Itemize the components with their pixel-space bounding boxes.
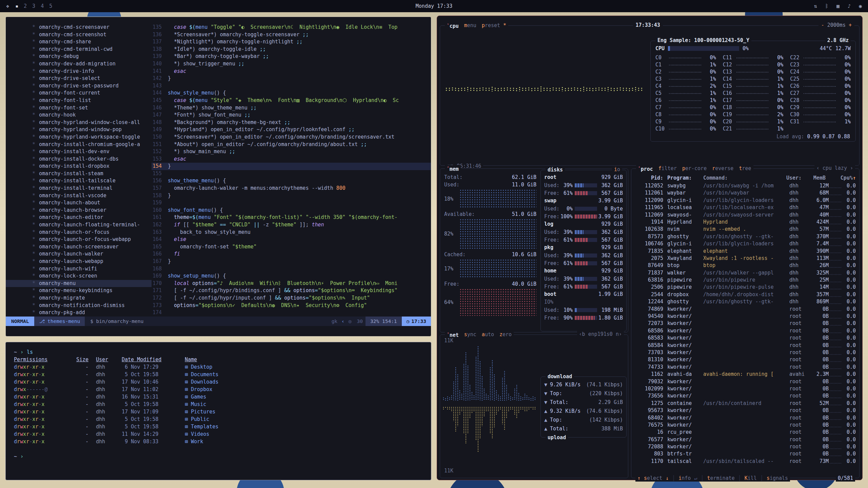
process-row[interactable]: 73656kworker/root0B0.0 — [635, 392, 856, 400]
file-list-item[interactable]: *omarchy-install-docker-dbs — [6, 156, 152, 163]
network-icon[interactable]: ⇅ — [814, 3, 817, 9]
process-row[interactable]: 72088kworker/root0B0.0 — [635, 443, 856, 450]
code-line[interactable]: 151 *About*) open_in_editor ~/.config/om… — [152, 141, 431, 148]
process-row[interactable]: 95673kworker/root0B0.0 — [635, 407, 856, 414]
process-row[interactable]: 1162avahi-daavahi-daemon: running [avahi… — [635, 371, 856, 378]
process-row[interactable]: 63816pipewire/usr/bin/pipewiredhh25M0.0 — [635, 277, 856, 284]
proc-filter-button[interactable]: filter — [658, 165, 677, 172]
process-row[interactable]: 73703kworker/root0B0.0 — [635, 349, 856, 356]
file-list-item[interactable]: *omarchy-launch-or-focus — [6, 229, 152, 236]
net-auto-button[interactable]: auto — [482, 331, 494, 338]
process-row[interactable]: 16rcu_preeroot0B0.0 — [635, 429, 856, 436]
file-list-item[interactable]: *omarchy-dev-add-migration — [6, 60, 152, 68]
file-list-item[interactable]: *omarchy-drive-set-password — [6, 82, 152, 90]
process-row[interactable]: 803btrfs-trroot0B0.0 — [635, 450, 856, 458]
proc-reverse-button[interactable]: reverse — [712, 165, 733, 172]
io-mode-button[interactable]: io — [612, 166, 622, 172]
code-line[interactable]: 156show_theme_menu() { — [152, 177, 431, 185]
code-line[interactable]: 173 options="$options\n✓ Defaults\n◍ DNS… — [152, 302, 431, 309]
code-line[interactable]: 146 *Theme*) show_theme_menu ;; — [152, 104, 431, 112]
file-list-item[interactable]: *omarchy-launch-or-focus-webapp — [6, 236, 152, 243]
file-list-item[interactable]: *omarchy-launch-browser — [6, 207, 152, 214]
file-list-item[interactable]: *omarchy-drive-info — [6, 68, 152, 75]
kill-hint[interactable]: Kill — [745, 475, 757, 482]
code-line[interactable]: 141 esac — [152, 68, 431, 75]
code-line[interactable]: 168 — [152, 265, 431, 273]
process-row[interactable]: 81310kworker/root0B0.0 — [635, 356, 856, 363]
process-row[interactable]: 112090glycin-i/usr/lib/glycin-loadersdhh… — [635, 197, 856, 204]
process-row[interactable]: 106746glycin-i/usr/lib/glycin-loadersdhh… — [635, 240, 856, 247]
code-line[interactable]: 161 theme=$(menu "Font" "$(omarchy-font-… — [152, 214, 431, 221]
code-line[interactable]: 171 [ -f ~/.config/hypr/bindings.conf ] … — [152, 287, 431, 294]
code-line[interactable]: 154} — [152, 163, 431, 170]
code-line[interactable]: 145 case $(menu "Style" "◈ Theme\n✎ Font… — [152, 97, 431, 104]
code-line[interactable]: 155 — [152, 170, 431, 178]
command-line[interactable] — [6, 326, 431, 336]
proc-sort-selector[interactable]: ‹ cpu lazy › — [814, 165, 855, 171]
file-list-item[interactable]: *omarchy-launch-floating-terminal- — [6, 221, 152, 229]
file-list-item[interactable]: *omarchy-menu-keybindings — [6, 287, 152, 294]
file-list-item[interactable]: *omarchy-install-vscode — [6, 192, 152, 200]
code-line[interactable]: 137 *Nightlight*) omarchy-toggle-nightli… — [152, 38, 431, 46]
btop-preset-button[interactable]: preset * — [482, 22, 506, 29]
code-line[interactable]: 162 if [[ "$theme" == "CNCLD" || -z "$th… — [152, 221, 431, 229]
code-line[interactable]: 167} — [152, 258, 431, 265]
code-line[interactable]: 148 *Background*) omarchy-theme-bg-next … — [152, 119, 431, 126]
code-line[interactable]: 153 esac — [152, 156, 431, 163]
code-line[interactable]: 170 local options="♪ Audio\n≋ Wifi\nᛒ Bl… — [152, 280, 431, 287]
file-list-item[interactable]: *omarchy-install-terminal — [6, 185, 152, 192]
process-row[interactable]: 68586kworker/root0B0.0 — [635, 327, 856, 334]
file-list-item[interactable]: *omarchy-pkg-add — [6, 309, 152, 316]
code-line[interactable]: 150 *Screensaver*) open_in_editor ~/.con… — [152, 134, 431, 141]
file-list-item[interactable]: *omarchy-launch-editor — [6, 214, 152, 221]
file-list-item[interactable]: *omarchy-lock-screen — [6, 272, 152, 280]
code-line[interactable]: 160show_font_menu() { — [152, 207, 431, 214]
net-sync-button[interactable]: sync — [464, 331, 476, 338]
power-icon[interactable]: ◉ — [859, 3, 862, 9]
process-row[interactable]: 76575kworker/root0B0.0 — [635, 422, 856, 429]
process-row[interactable]: 74733kworker/root0B0.0 — [635, 364, 856, 371]
code-line[interactable]: 152 *) show_main_menu ;; — [152, 148, 431, 156]
file-list-item[interactable]: *omarchy-install-tailscale — [6, 177, 152, 185]
file-list-item[interactable]: *omarchy-hyprland-workspace-toggle — [6, 134, 152, 141]
code-line[interactable]: 138 *Idle*) omarchy-toggle-idle ;; — [152, 46, 431, 53]
workspace-4[interactable]: 4 — [41, 3, 44, 9]
process-row[interactable]: 87573ghostty/usr/bin/ghostty --gtk-dhh37… — [635, 233, 856, 240]
process-row[interactable]: 94540kworker/root0B0.0 — [635, 313, 856, 320]
file-list-item[interactable]: *omarchy-menu — [6, 280, 152, 287]
shell-prompt[interactable]: ~ › — [14, 453, 423, 460]
code-editor-pane[interactable]: 135 case $(menu "Toggle" "◐ Screensaver\… — [152, 17, 431, 316]
process-row[interactable]: 111965localsea/usr/lib/localsearch-exdhh… — [635, 204, 856, 211]
file-list-item[interactable]: *omarchy-install-steam — [6, 170, 152, 178]
volume-icon[interactable]: ♪ — [848, 3, 851, 9]
code-line[interactable]: 158} — [152, 192, 431, 200]
code-line[interactable]: 169show_setup_menu() { — [152, 272, 431, 280]
file-list-item[interactable]: *omarchy-launch-wifi — [6, 265, 152, 273]
process-row[interactable]: 2075XwaylandXwayland :1 -rootless -dhh11… — [635, 255, 856, 262]
process-row[interactable]: 68584kworker/root0B0.0 — [635, 342, 856, 349]
file-list-item[interactable]: *omarchy-hyprland-window-close-all — [6, 119, 152, 126]
process-row[interactable]: 79032kworker/root0B0.0 — [635, 378, 856, 385]
process-row[interactable]: 71835elephantelephantdhh390M0.0 — [635, 248, 856, 255]
signals-hint[interactable]: signals — [767, 475, 788, 482]
process-row[interactable]: 68402kworker/root0B0.0 — [635, 414, 856, 422]
process-row[interactable]: 76577kworker/root0B0.0 — [635, 436, 856, 443]
code-line[interactable]: 163 back_to show_style_menu — [152, 229, 431, 236]
code-line[interactable]: 147 *Font*) show_font_menu ;; — [152, 111, 431, 119]
proc-tree-button[interactable]: tree — [739, 165, 751, 172]
workspace-2[interactable]: 2 — [24, 3, 27, 9]
code-line[interactable]: 143 — [152, 82, 431, 90]
code-line[interactable]: 157 omarchy-launch-walker -m menus:omarc… — [152, 185, 431, 192]
proc-percore-button[interactable]: per-core — [682, 165, 707, 172]
select-hint[interactable]: select — [644, 475, 662, 482]
process-row[interactable]: 1914HyprlandHyprlanddhh424M0.0 — [635, 219, 856, 226]
terminal-window[interactable]: ~ › ls Permissions Size User Date Modifi… — [5, 342, 431, 480]
process-row[interactable]: 112061waybar/usr/bin/waybardhh68M0.0 — [635, 189, 856, 197]
info-hint[interactable]: info — [678, 475, 691, 482]
code-line[interactable]: 142} — [152, 75, 431, 82]
file-list-item[interactable]: *omarchy-install-dropbox — [6, 163, 152, 170]
code-line[interactable]: 136 *Screensaver*) omarchy-toggle-screen… — [152, 31, 431, 39]
file-list-item[interactable]: *omarchy-hook — [6, 111, 152, 119]
code-line[interactable]: 139 *Bar*) omarchy-toggle-waybar ;; — [152, 53, 431, 60]
file-list-item[interactable]: *omarchy-debug — [6, 53, 152, 60]
